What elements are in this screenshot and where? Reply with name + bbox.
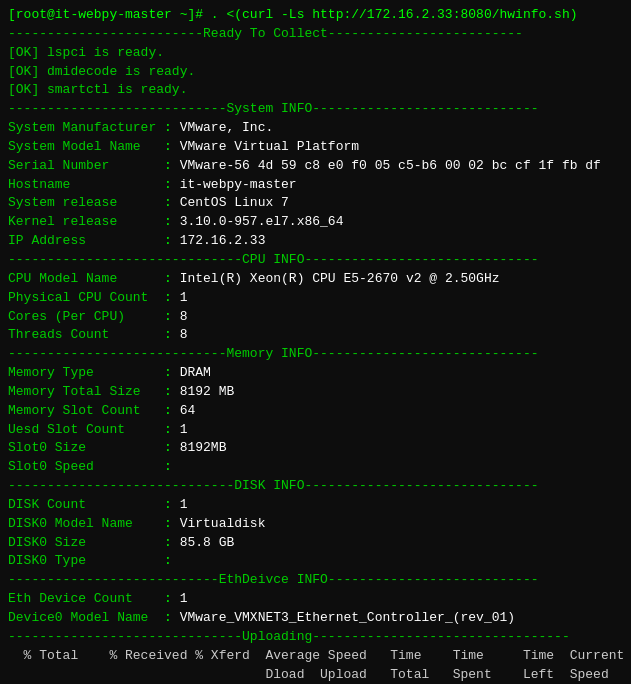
eth-info-line: ---------------------------EthDeivce INF… [8,571,623,590]
ready-item-1: [OK] dmidecode is ready. [8,63,623,82]
system-field-5: Kernel release : 3.10.0-957.el7.x86_64 [8,213,623,232]
disk-field-1: DISK0 Model Name : Virtualdisk [8,515,623,534]
eth-field-0: Eth Device Count : 1 [8,590,623,609]
system-field-3: Hostname : it-webpy-master [8,176,623,195]
cpu-field-0: CPU Model Name : Intel(R) Xeon(R) CPU E5… [8,270,623,289]
memory-field-5: Slot0 Speed : [8,458,623,477]
disk-field-0: DISK Count : 1 [8,496,623,515]
terminal-output: [root@it-webpy-master ~]# . <(curl -Ls h… [8,6,623,684]
disk-field-2: DISK0 Size : 85.8 GB [8,534,623,553]
prompt-top: [root@it-webpy-master ~]# . <(curl -Ls h… [8,6,623,25]
ready-item-2: [OK] smartctl is ready. [8,81,623,100]
cpu-field-2: Cores (Per CPU) : 8 [8,308,623,327]
upload-header: % Total % Received % Xferd Average Speed… [8,647,623,666]
system-field-2: Serial Number : VMware-56 4d 59 c8 e0 f0… [8,157,623,176]
memory-field-3: Uesd Slot Count : 1 [8,421,623,440]
disk-field-3: DISK0 Type : [8,552,623,571]
ready-item-0: [OK] lspci is ready. [8,44,623,63]
eth-field-1: Device0 Model Name : VMware_VMXNET3_Ethe… [8,609,623,628]
memory-info-line: ----------------------------Memory INFO-… [8,345,623,364]
memory-field-1: Memory Total Size : 8192 MB [8,383,623,402]
system-field-0: System Manufacturer : VMware, Inc. [8,119,623,138]
cpu-field-3: Threads Count : 8 [8,326,623,345]
system-info-line: ----------------------------System INFO-… [8,100,623,119]
disk-info-line: -----------------------------DISK INFO--… [8,477,623,496]
memory-field-4: Slot0 Size : 8192MB [8,439,623,458]
memory-field-0: Memory Type : DRAM [8,364,623,383]
cpu-info-line: ------------------------------CPU INFO--… [8,251,623,270]
system-field-1: System Model Name : VMware Virtual Platf… [8,138,623,157]
memory-field-2: Memory Slot Count : 64 [8,402,623,421]
system-field-4: System release : CentOS Linux 7 [8,194,623,213]
upload-subheader: Dload Upload Total Spent Left Speed [8,666,623,684]
system-field-6: IP Address : 172.16.2.33 [8,232,623,251]
cpu-field-1: Physical CPU Count : 1 [8,289,623,308]
ready-separator: -------------------------Ready To Collec… [8,25,623,44]
uploading-line: ------------------------------Uploading-… [8,628,623,647]
